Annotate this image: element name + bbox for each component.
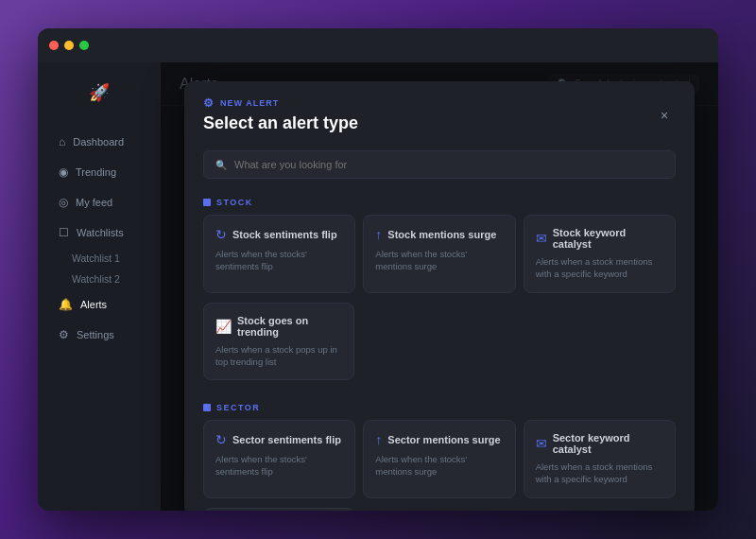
modal-search-icon: 🔍 [215, 160, 227, 170]
sidebar-item-watchlists[interactable]: ☐ Watchlists [43, 218, 155, 247]
sidebar-item-dashboard[interactable]: ⌂ Dashboard [43, 128, 155, 156]
sector-cards-grid: ↻ Sector sentiments flip Alerts when the… [184, 420, 695, 508]
sidebar-item-settings[interactable]: ⚙ Settings [43, 321, 155, 349]
card-icon-row: ✉ Stock keyword catalyst [536, 227, 663, 250]
sector-keyword-catalyst-icon: ✉ [536, 436, 547, 451]
watchlist-icon: ☐ [59, 226, 69, 239]
home-icon: ⌂ [59, 135, 65, 148]
card-stock-goes-on-trending[interactable]: 📈 Stock goes on trending Alerts when a s… [203, 303, 354, 381]
card-icon-row: ↑ Sector mentions surge [375, 432, 503, 447]
feed-icon: ◎ [59, 196, 68, 209]
card-icon-row: ↻ Sector sentiments flip [215, 432, 343, 447]
sidebar-logo: 🚀 [38, 78, 161, 108]
modal-title: Select an alert type [203, 113, 358, 133]
sector-mentions-surge-icon: ↑ [375, 432, 382, 447]
card-icon-row: 📈 Stock goes on trending [215, 315, 342, 338]
new-alert-badge: ⚙ NEW ALERT [203, 96, 358, 110]
main-layout: 🚀 ⌂ Dashboard ◉ Trending ◎ My feed ☐ Wat… [38, 62, 718, 511]
trending-icon: ◉ [59, 165, 68, 179]
alert-type-modal: ⚙ NEW ALERT Select an alert type × 🔍 [184, 81, 695, 511]
card-icon-row: ↑ Stock mentions surge [375, 227, 503, 242]
stock-trending-section: 📈 Stock goes on trending Alerts when a s… [184, 303, 695, 394]
alerts-icon: 🔔 [59, 298, 73, 311]
dot-close[interactable] [49, 41, 59, 50]
modal-search-input[interactable] [234, 159, 663, 170]
dot-maximize[interactable] [79, 41, 89, 50]
sidebar: 🚀 ⌂ Dashboard ◉ Trending ◎ My feed ☐ Wat… [38, 62, 161, 511]
content-area: Alerts 🔍 ⚙ NEW ALERT [161, 62, 718, 511]
section-label-sector: SECTOR [184, 393, 695, 420]
modal-search-inner[interactable]: 🔍 [203, 150, 676, 179]
card-stock-keyword-catalyst[interactable]: ✉ Stock keyword catalyst Alerts when a s… [524, 215, 676, 293]
modal-header: ⚙ NEW ALERT Select an alert type × [184, 81, 695, 141]
sidebar-item-myfeed[interactable]: ◎ My feed [43, 188, 155, 217]
card-sector-sentiments-flip[interactable]: ↻ Sector sentiments flip Alerts when the… [203, 420, 355, 498]
card-stock-sentiments-flip[interactable]: ↻ Stock sentiments flip Alerts when the … [203, 215, 355, 293]
alert-badge-icon: ⚙ [203, 96, 215, 110]
modal-header-left: ⚙ NEW ALERT Select an alert type [203, 96, 358, 133]
sidebar-sub-watchlist2[interactable]: Watchlist 2 [38, 269, 161, 289]
sidebar-item-alerts[interactable]: 🔔 Alerts [43, 290, 155, 319]
sector-trending-section: 📈 Sector goes on trending Alerts when a … [184, 508, 695, 511]
dot-minimize[interactable] [64, 41, 74, 50]
stock-cards-grid: ↻ Stock sentiments flip Alerts when the … [184, 215, 695, 303]
card-sector-mentions-surge[interactable]: ↑ Sector mentions surge Alerts when the … [363, 420, 515, 498]
sector-sentiments-flip-icon: ↻ [215, 432, 227, 447]
sidebar-item-trending[interactable]: ◉ Trending [43, 158, 155, 186]
titlebar [38, 28, 718, 62]
card-sector-keyword-catalyst[interactable]: ✉ Sector keyword catalyst Alerts when a … [524, 420, 676, 498]
card-icon-row: ✉ Sector keyword catalyst [536, 432, 663, 455]
app-window: 🚀 ⌂ Dashboard ◉ Trending ◎ My feed ☐ Wat… [38, 28, 718, 511]
modal-close-button[interactable]: × [653, 104, 676, 127]
sentiments-flip-icon: ↻ [215, 227, 227, 242]
keyword-catalyst-icon: ✉ [536, 231, 547, 246]
mentions-surge-icon: ↑ [375, 227, 382, 242]
card-sector-goes-on-trending[interactable]: 📈 Sector goes on trending Alerts when a … [203, 508, 354, 511]
card-icon-row: ↻ Stock sentiments flip [215, 227, 343, 242]
modal-overlay: ⚙ NEW ALERT Select an alert type × 🔍 [161, 62, 718, 511]
settings-icon: ⚙ [59, 328, 69, 341]
modal-search-container: 🔍 [184, 141, 695, 188]
sidebar-sub-watchlist1[interactable]: Watchlist 1 [38, 248, 161, 269]
trending-up-icon: 📈 [215, 319, 232, 334]
card-stock-mentions-surge[interactable]: ↑ Stock mentions surge Alerts when the s… [363, 215, 515, 293]
section-label-stock: STOCK [184, 188, 695, 215]
